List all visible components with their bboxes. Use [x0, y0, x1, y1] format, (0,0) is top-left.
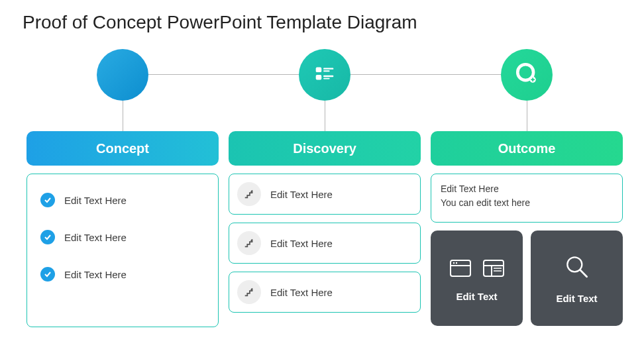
stairs-icon — [237, 280, 261, 304]
svg-point-19 — [453, 262, 454, 263]
concept-circle — [97, 49, 148, 101]
list-item-label: Edit Text Here — [64, 269, 127, 280]
check-icon — [40, 193, 55, 207]
outcome-tiles: Edit Text Edit Text — [431, 231, 623, 326]
stairs-icon — [237, 231, 261, 255]
outcome-circle — [501, 49, 553, 101]
discovery-circle — [299, 49, 350, 101]
connector-vertical — [325, 101, 325, 131]
connector-vertical — [123, 101, 123, 131]
outcome-header: Outcome — [431, 131, 623, 166]
diagram-stage: Concept Edit Text Here Edit Text Here Ed… — [0, 33, 644, 351]
svg-point-20 — [455, 262, 456, 263]
list-item: Edit Text Here — [35, 223, 210, 260]
windows-icon — [447, 255, 507, 282]
outcome-text-box: Edit Text Here You can edit text here — [431, 174, 623, 223]
outcome-tile-1: Edit Text — [431, 231, 523, 326]
magnify-add-icon — [512, 59, 541, 91]
stairs-icon — [237, 182, 261, 206]
tile-label: Edit Text — [556, 293, 597, 304]
svg-rect-12 — [323, 78, 330, 79]
svg-rect-8 — [316, 75, 322, 80]
svg-rect-11 — [323, 76, 333, 77]
check-icon — [40, 230, 55, 244]
outcome-tile-2: Edit Text — [531, 231, 623, 326]
svg-rect-10 — [323, 70, 330, 72]
list-item-label: Edit Text Here — [64, 195, 127, 206]
column-concept: Concept Edit Text Here Edit Text Here Ed… — [27, 49, 219, 327]
list-icon — [312, 61, 337, 89]
check-icon — [40, 267, 55, 282]
list-item: Edit Text Here — [229, 174, 421, 215]
concept-header: Concept — [27, 131, 219, 166]
list-item-label: Edit Text Here — [64, 232, 127, 243]
column-discovery: Discovery Edit Text Here Edit Text Here … — [229, 49, 421, 321]
outcome-text-line-1: Edit Text Here — [441, 182, 613, 196]
concept-content-box: Edit Text Here Edit Text Here Edit Text … — [27, 174, 219, 327]
list-item-label: Edit Text Here — [270, 287, 333, 298]
column-outcome: Outcome Edit Text Here You can edit text… — [431, 49, 623, 326]
connector-vertical — [527, 101, 527, 131]
svg-rect-9 — [323, 68, 333, 69]
search-icon — [563, 252, 592, 284]
list-item: Edit Text Here — [35, 186, 210, 223]
outcome-text-line-2: You can edit text here — [441, 196, 613, 210]
list-item: Edit Text Here — [35, 260, 210, 297]
svg-line-27 — [580, 270, 586, 277]
discovery-header: Discovery — [229, 131, 421, 166]
discovery-content: Edit Text Here Edit Text Here Edit Text … — [229, 174, 421, 313]
list-item: Edit Text Here — [229, 272, 421, 313]
list-item-label: Edit Text Here — [270, 238, 333, 249]
list-item: Edit Text Here — [229, 223, 421, 264]
slide-title: Proof of Concept PowerPoint Template Dia… — [0, 0, 644, 33]
tile-label: Edit Text — [456, 291, 497, 302]
list-item-label: Edit Text Here — [270, 189, 333, 200]
svg-rect-7 — [316, 68, 322, 73]
